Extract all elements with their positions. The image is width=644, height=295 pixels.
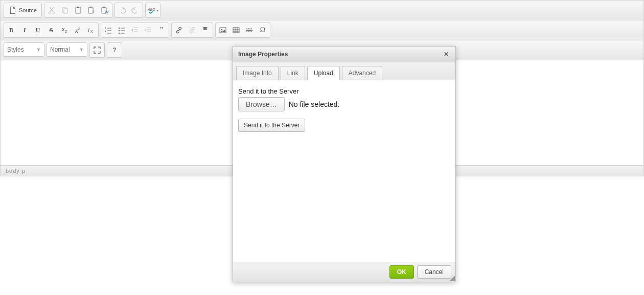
tab-link[interactable]: Link (281, 66, 305, 80)
copy-button[interactable] (59, 4, 71, 16)
indent-icon (144, 26, 152, 34)
maximize-icon (93, 46, 101, 54)
subscript-button[interactable]: x2 (58, 24, 71, 36)
source-label: Source (19, 7, 37, 13)
cancel-button[interactable]: Cancel (417, 265, 451, 279)
italic-icon: I (24, 27, 26, 34)
underline-icon: U (36, 27, 40, 34)
subscript-icon: x2 (62, 26, 67, 34)
unlink-icon (188, 26, 196, 34)
ok-button[interactable]: OK (389, 265, 414, 279)
hr-icon (245, 26, 254, 34)
svg-text:ABC: ABC (147, 8, 155, 11)
omega-icon: Ω (260, 26, 265, 34)
chevron-down-icon: ▼ (79, 47, 84, 52)
paste-button[interactable] (72, 4, 84, 16)
unlink-button[interactable] (186, 24, 198, 36)
indent-button[interactable] (142, 24, 154, 36)
superscript-button[interactable]: x2 (72, 24, 84, 36)
paste-word-icon: W (101, 6, 109, 14)
outdent-icon (131, 26, 139, 34)
tab-upload[interactable]: Upload (307, 66, 340, 80)
file-status-text: No file selected. (289, 100, 340, 108)
blockquote-button[interactable]: ” (155, 24, 168, 36)
styles-combo[interactable]: Styles▼ (4, 42, 44, 57)
flag-icon (201, 26, 210, 34)
paste-icon (74, 6, 82, 14)
ul-icon (118, 26, 126, 34)
remove-format-button[interactable]: Ix (85, 24, 97, 36)
styles-combo-label: Styles (7, 46, 24, 53)
toolbar-row-2: B I U S x2 x2 Ix 12 ” Ω (1, 20, 643, 40)
ol-icon: 12 (104, 26, 112, 34)
link-button[interactable] (173, 24, 185, 36)
spellcheck-icon: ABC (147, 6, 155, 14)
redo-icon (131, 6, 140, 14)
underline-button[interactable]: U (32, 24, 44, 36)
anchor-button[interactable] (199, 24, 212, 36)
tab-advanced[interactable]: Advanced (342, 66, 382, 80)
document-icon (9, 6, 17, 14)
dialog-resize-grip[interactable] (449, 276, 455, 281)
redo-button[interactable] (129, 4, 142, 16)
undo-icon (118, 6, 126, 14)
strike-icon: S (50, 27, 53, 34)
cut-button[interactable] (45, 4, 58, 16)
svg-point-21 (221, 29, 223, 31)
svg-rect-10 (103, 7, 105, 8)
upload-label: Send it to the Server (238, 87, 450, 95)
dialog-tabs: Image Info Link Upload Advanced (233, 62, 455, 80)
svg-text:T: T (92, 10, 95, 14)
format-combo[interactable]: Normal▼ (47, 42, 87, 57)
strike-button[interactable]: S (45, 24, 57, 36)
paste-text-button[interactable]: T (85, 4, 98, 16)
send-to-server-button[interactable]: Send it to the Server (238, 119, 305, 132)
chevron-down-icon: ▼ (36, 47, 41, 52)
dialog-body: Send it to the Server Browse… No file se… (233, 80, 455, 262)
table-icon (232, 26, 240, 34)
dialog-title: Image Properties (238, 51, 288, 58)
maximize-button[interactable] (91, 44, 103, 56)
browse-button[interactable]: Browse… (238, 97, 285, 111)
hr-button[interactable] (243, 24, 256, 36)
spellcheck-button[interactable]: ABC▾ (147, 4, 159, 16)
link-icon (175, 26, 183, 34)
help-icon: ? (112, 47, 116, 54)
image-button[interactable] (217, 24, 229, 36)
paste-word-button[interactable]: W (99, 4, 111, 16)
svg-text:x: x (90, 29, 93, 34)
about-button[interactable]: ? (108, 44, 121, 56)
quote-icon: ” (159, 26, 163, 35)
bold-icon: B (9, 27, 13, 34)
svg-point-19 (119, 33, 120, 34)
table-button[interactable] (230, 24, 242, 36)
svg-rect-7 (90, 7, 91, 8)
tab-image-info[interactable]: Image Info (236, 66, 279, 80)
toolbar-row-1: Source T W ABC▾ (1, 1, 643, 20)
image-properties-dialog: Image Properties ✕ Image Info Link Uploa… (233, 46, 456, 282)
image-icon (219, 26, 227, 34)
bold-button[interactable]: B (5, 24, 17, 36)
special-char-button[interactable]: Ω (257, 24, 269, 36)
outdent-button[interactable] (129, 24, 141, 36)
svg-point-17 (119, 28, 120, 29)
svg-text:2: 2 (105, 29, 106, 32)
elements-path[interactable]: body p (6, 168, 26, 174)
source-button[interactable]: Source (5, 4, 40, 16)
undo-button[interactable] (116, 4, 128, 16)
cut-icon (48, 6, 56, 14)
bullet-list-button[interactable] (116, 24, 128, 36)
italic-button[interactable]: I (18, 24, 31, 36)
format-combo-label: Normal (50, 46, 70, 53)
numbered-list-button[interactable]: 12 (102, 24, 114, 36)
dialog-titlebar[interactable]: Image Properties ✕ (233, 47, 455, 62)
svg-rect-5 (77, 7, 79, 8)
chevron-down-icon: ▾ (156, 8, 158, 13)
svg-point-18 (119, 30, 120, 32)
dialog-close-button[interactable]: ✕ (442, 50, 450, 58)
svg-rect-22 (233, 28, 239, 33)
dialog-footer: OK Cancel (233, 262, 455, 282)
remove-format-icon: Ix (87, 26, 95, 34)
svg-rect-3 (64, 9, 67, 13)
copy-icon (61, 6, 69, 14)
